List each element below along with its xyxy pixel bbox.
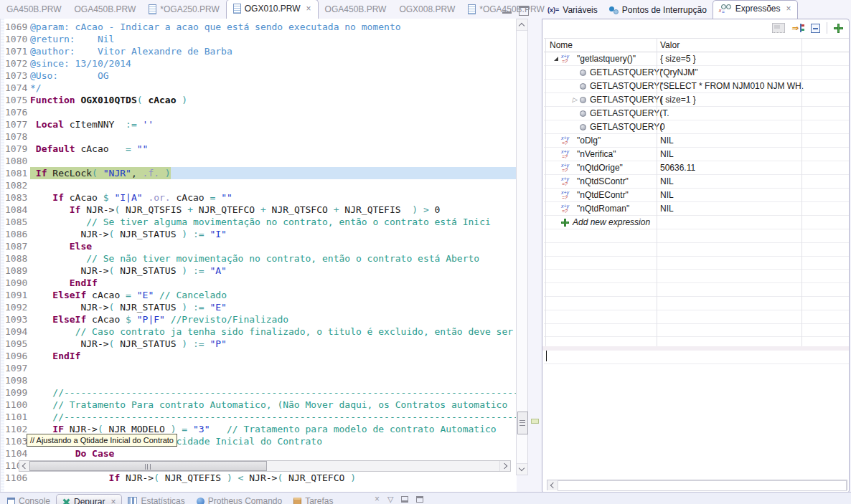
- expand-slot[interactable]: [551, 57, 561, 61]
- line-number[interactable]: 1087: [1, 240, 29, 252]
- line-number[interactable]: 1093: [1, 313, 29, 325]
- line-number[interactable]: 1082: [1, 179, 29, 191]
- minimize-view-icon[interactable]: [502, 6, 512, 14]
- line-number[interactable]: 1092: [1, 301, 29, 313]
- line-number[interactable]: 1079: [1, 143, 29, 155]
- line-number[interactable]: 1077: [1, 118, 29, 130]
- line-number[interactable]: 1094: [1, 325, 29, 338]
- line-number[interactable]: 1078: [1, 130, 29, 143]
- horizontal-scrollbar-thumb[interactable]: [558, 480, 847, 491]
- line-number[interactable]: 1102: [1, 423, 29, 435]
- table-row[interactable]: x+y=?"oDlg"NIL: [544, 134, 849, 148]
- clear-icon[interactable]: ×: [375, 495, 380, 503]
- line-number[interactable]: 1088: [1, 252, 29, 265]
- vertical-scrollbar-thumb[interactable]: [517, 412, 528, 434]
- line-number[interactable]: 1076: [1, 106, 29, 118]
- editor-tab-ogx008prw[interactable]: OGX008.PRW: [392, 1, 461, 19]
- line-number[interactable]: 1099: [1, 386, 29, 399]
- editor-tab-oga450bprw[interactable]: OGA450B.PRW: [67, 1, 142, 19]
- line-number[interactable]: 1069: [1, 21, 29, 33]
- line-number[interactable]: 1080: [1, 155, 29, 167]
- line-number[interactable]: 1101: [1, 411, 29, 423]
- scroll-down-icon[interactable]: [517, 463, 527, 475]
- expand-slot[interactable]: ▷: [570, 97, 580, 103]
- line-number[interactable]: 1070: [1, 33, 29, 45]
- table-row[interactable]: ▷GETLASTQUERY({ size=1 }: [544, 93, 849, 107]
- line-number[interactable]: 1085: [1, 216, 29, 228]
- expanded-triangle-icon[interactable]: [554, 57, 558, 61]
- empty-row[interactable]: [544, 257, 849, 270]
- editor-vertical-scrollbar[interactable]: [516, 19, 528, 475]
- empty-row[interactable]: [544, 270, 849, 283]
- minpane-icon[interactable]: [401, 496, 408, 503]
- empty-row[interactable]: [544, 243, 849, 257]
- line-number[interactable]: 1071: [1, 45, 29, 57]
- line-number[interactable]: 1100: [1, 399, 29, 411]
- line-number[interactable]: 1095: [1, 338, 29, 350]
- table-row[interactable]: x+y=?"nQtdOrige"50636.11: [544, 161, 849, 175]
- line-number[interactable]: 1083: [1, 191, 29, 204]
- disabled-action-icon[interactable]: [772, 23, 785, 33]
- bottom-tab-protheus-comando[interactable]: Protheus Comando: [191, 494, 288, 504]
- horizontal-scrollbar-thumb[interactable]: [29, 461, 267, 471]
- add-expression-row[interactable]: Add new expression: [544, 216, 849, 229]
- empty-row[interactable]: [544, 324, 849, 338]
- empty-row[interactable]: [544, 351, 849, 364]
- line-number[interactable]: 1074: [1, 82, 29, 94]
- detail-pane-divider[interactable]: [542, 346, 849, 351]
- close-icon[interactable]: ×: [111, 497, 116, 504]
- line-number[interactable]: 1104: [1, 447, 29, 460]
- column-header-nome[interactable]: Nome: [550, 40, 573, 50]
- line-number[interactable]: 1096: [1, 350, 29, 362]
- table-row[interactable]: GETLASTQUERY("SELECT * FROM NJM010 NJM W…: [544, 80, 849, 93]
- line-number[interactable]: 1081: [1, 167, 29, 179]
- close-icon[interactable]: ×: [306, 4, 311, 14]
- add-icon[interactable]: [561, 219, 569, 227]
- editor-tab-oga250prw[interactable]: *OGA250.PRW: [142, 1, 225, 19]
- table-row[interactable]: GETLASTQUERY(.T.: [544, 107, 849, 120]
- table-row[interactable]: x+y=?"nVerifica"NIL: [544, 148, 849, 161]
- close-icon[interactable]: ×: [786, 4, 791, 14]
- line-number[interactable]: 1075: [1, 94, 29, 106]
- scroll-right-icon[interactable]: [499, 461, 510, 471]
- column-header-valor[interactable]: Valor: [660, 40, 680, 50]
- table-row[interactable]: x+y=?"nQtdRoman"NIL: [544, 202, 849, 216]
- collapse-all-icon[interactable]: [811, 24, 820, 33]
- bottom-tab-tarefas[interactable]: Tarefas: [288, 494, 339, 504]
- logical-structure-icon[interactable]: ⇒: [791, 24, 804, 33]
- editor-tab-oga450bprw[interactable]: OGA450B.PRW: [319, 1, 393, 19]
- table-row[interactable]: x+y=?"nQtdEContr"NIL: [544, 189, 849, 202]
- bottom-tab-estat-sticas[interactable]: Estatísticas: [122, 494, 190, 504]
- panel-tab-vari-veis[interactable]: (x)=Variáveis: [542, 2, 603, 19]
- editor-horizontal-scrollbar[interactable]: [19, 460, 511, 472]
- empty-row[interactable]: [544, 297, 849, 310]
- editor-tab-ga450bprw[interactable]: GA450B.PRW: [0, 1, 67, 19]
- empty-row[interactable]: [544, 310, 849, 324]
- editor-tab-ogx010prw[interactable]: OGX010.PRW×: [226, 0, 319, 19]
- scroll-left-icon[interactable]: [19, 461, 30, 471]
- table-row[interactable]: x+y=?"getlastquery()"{ size=5 }: [544, 52, 849, 66]
- line-number[interactable]: 1091: [1, 289, 29, 301]
- table-row[interactable]: x+y=?"nQtdSContr"NIL: [544, 175, 849, 189]
- code-editor[interactable]: 1069@param: cAcao - Indicar a acao que e…: [0, 19, 517, 492]
- line-number[interactable]: 1106: [1, 472, 29, 484]
- line-number[interactable]: 1086: [1, 228, 29, 240]
- line-number[interactable]: 1072: [1, 57, 29, 70]
- line-number[interactable]: 1090: [1, 277, 29, 289]
- bottom-tab-console[interactable]: Console: [1, 494, 56, 504]
- collapsed-triangle-icon[interactable]: ▷: [573, 97, 578, 103]
- maximize-view-icon[interactable]: [519, 6, 529, 16]
- line-number[interactable]: 1103: [1, 435, 29, 447]
- table-row[interactable]: GETLASTQUERY("QryNJM": [544, 66, 849, 80]
- bottom-tab-depurar[interactable]: Depurar×: [56, 494, 122, 504]
- line-number[interactable]: 1097: [1, 362, 29, 374]
- empty-row[interactable]: [544, 283, 849, 297]
- empty-row[interactable]: [544, 229, 849, 243]
- panel-horizontal-scrollbar[interactable]: [547, 480, 847, 490]
- scroll-left-icon[interactable]: [547, 480, 558, 490]
- add-expression-icon[interactable]: [834, 24, 843, 33]
- maxpane-icon[interactable]: [416, 496, 423, 503]
- line-number[interactable]: 1089: [1, 265, 29, 277]
- filter-icon[interactable]: ▽: [387, 495, 393, 503]
- line-number[interactable]: 1084: [1, 204, 29, 216]
